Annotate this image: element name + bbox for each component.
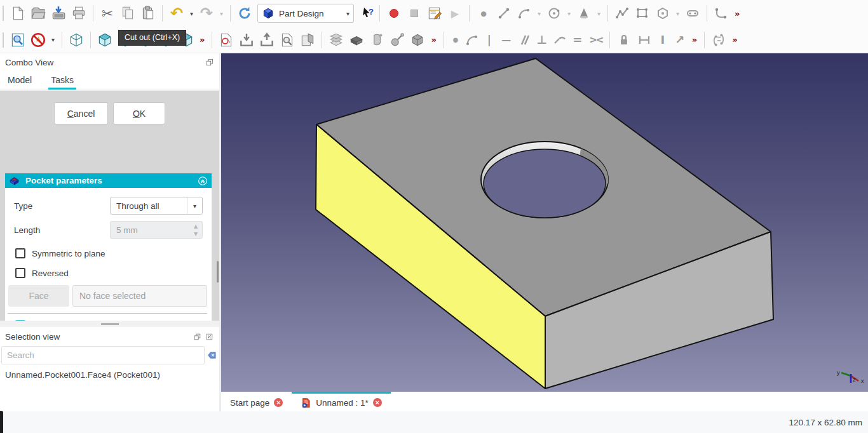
spin-down-icon[interactable]: ▼	[194, 231, 198, 237]
new-sketch-icon[interactable]	[216, 30, 236, 50]
whats-this-icon[interactable]: ?	[359, 3, 376, 23]
toolbar-overflow-icon[interactable]: »	[692, 35, 697, 44]
pad-icon[interactable]	[326, 30, 346, 50]
new-file-icon[interactable]	[8, 3, 28, 23]
sketch-polygon-icon[interactable]	[653, 3, 673, 23]
clear-search-icon[interactable]	[205, 350, 218, 360]
collapse-section-icon[interactable]	[198, 176, 208, 186]
sketch-line-icon[interactable]	[494, 3, 514, 23]
revolution-icon[interactable]	[367, 30, 387, 50]
3d-model[interactable]: y x z	[221, 53, 868, 392]
pocket-parameters-header[interactable]: Pocket parameters	[5, 173, 212, 188]
bspline-tools-icon[interactable]	[709, 30, 729, 50]
constraint-point-on-object-icon[interactable]	[463, 30, 481, 50]
groove-icon[interactable]	[387, 30, 407, 50]
tab-model[interactable]: Model	[6, 72, 33, 90]
sketch-circle-icon[interactable]	[544, 3, 564, 23]
symmetric-checkbox[interactable]: ✓	[15, 248, 25, 258]
hole-inner-edge[interactable]	[484, 149, 606, 218]
sketch-rectangle-icon[interactable]	[632, 3, 653, 23]
fit-all-icon[interactable]	[8, 30, 28, 50]
toolbar-overflow-icon[interactable]: »	[200, 35, 205, 44]
close-panel-icon[interactable]	[205, 332, 214, 342]
sketch-point-icon[interactable]: ●	[473, 3, 494, 23]
pocket-icon[interactable]	[346, 30, 367, 50]
cancel-button[interactable]: Cancel	[54, 102, 108, 124]
view-front-icon[interactable]	[95, 30, 115, 50]
face-selection-field[interactable]: No face selected	[72, 285, 207, 307]
undo-icon[interactable]: ↶	[166, 3, 187, 23]
constraint-horizontal-icon[interactable]: —	[498, 30, 515, 50]
view-sketch-icon[interactable]	[257, 30, 277, 50]
toolbar-overflow-icon[interactable]: »	[735, 9, 740, 18]
redo-dropdown-icon[interactable]: ▾	[217, 4, 226, 23]
primitive-box-icon[interactable]	[407, 30, 428, 50]
paste-icon[interactable]	[138, 3, 158, 23]
sketch-arc-icon[interactable]	[514, 3, 534, 23]
print-icon[interactable]	[69, 3, 89, 23]
ok-button[interactable]: OK	[113, 102, 165, 124]
macro-play-icon[interactable]: ▶	[445, 3, 465, 23]
sketch-polyline-icon[interactable]	[612, 3, 632, 23]
axonometric-view-icon[interactable]	[66, 30, 86, 50]
toolbar-handle[interactable]	[3, 32, 4, 48]
spin-up-icon[interactable]: ▲	[194, 223, 198, 229]
redo-icon[interactable]: ↷	[196, 3, 217, 23]
type-dropdown[interactable]: Through all ▾	[110, 197, 203, 215]
selection-item[interactable]: Unnamed.Pocket001.Face4 (Pocket001)	[5, 370, 160, 380]
constraint-horizontal-distance-icon[interactable]	[634, 30, 654, 50]
tab-start-page[interactable]: Start page ×	[221, 392, 292, 411]
constraint-distance-icon[interactable]: ↗	[671, 30, 689, 50]
scrollbar-handle[interactable]	[217, 261, 219, 283]
close-tab-icon[interactable]: ×	[274, 398, 283, 407]
workbench-selector[interactable]: Part Design ▾	[257, 4, 354, 23]
separator	[469, 5, 470, 22]
copy-icon[interactable]	[118, 3, 138, 23]
3d-viewport[interactable]: y x z	[221, 53, 868, 392]
tab-unnamed-document[interactable]: Unnamed : 1* ×	[292, 392, 391, 411]
sketch-conic-icon[interactable]	[574, 3, 594, 23]
constraint-symmetric-icon[interactable]: ><	[587, 30, 606, 50]
toolbar-overflow-icon[interactable]: »	[732, 35, 737, 44]
sketch-fillet-icon[interactable]	[711, 3, 731, 23]
cut-icon[interactable]: ✂	[97, 3, 118, 23]
constraint-equal-icon[interactable]: =	[569, 30, 587, 50]
sketch-slot-icon[interactable]	[682, 3, 703, 23]
search-input[interactable]	[1, 346, 205, 364]
toolbar-handle[interactable]	[3, 6, 4, 21]
toolbar-overflow-icon[interactable]: »	[431, 35, 436, 44]
draw-style-icon[interactable]	[28, 30, 48, 50]
face-button[interactable]: Face	[8, 285, 69, 307]
float-panel-icon[interactable]	[193, 332, 202, 342]
open-file-icon[interactable]	[28, 3, 48, 23]
close-tab-icon[interactable]: ×	[373, 398, 382, 407]
float-panel-icon[interactable]	[205, 58, 214, 67]
map-sketch-icon[interactable]	[297, 30, 318, 50]
reversed-checkbox[interactable]: ✓	[15, 268, 25, 278]
constraint-perpendicular-icon[interactable]: ⊥	[533, 30, 551, 50]
macro-edit-icon[interactable]	[424, 3, 445, 23]
tab-tasks[interactable]: Tasks	[50, 72, 75, 90]
dock-splitter[interactable]	[0, 321, 219, 327]
save-icon[interactable]	[48, 3, 69, 23]
macro-stop-icon[interactable]	[404, 3, 424, 23]
conic-dropdown-icon[interactable]: ▾	[594, 4, 604, 23]
validate-sketch-icon[interactable]	[277, 30, 297, 50]
leave-sketch-icon[interactable]	[236, 30, 257, 50]
constraint-lock-icon[interactable]	[614, 30, 634, 50]
axis-label-z: z	[853, 376, 856, 383]
draw-style-dropdown-icon[interactable]: ▾	[48, 30, 58, 50]
constraint-vertical-distance-icon[interactable]: I	[654, 30, 671, 50]
constraint-tangent-icon[interactable]	[551, 30, 569, 50]
undo-dropdown-icon[interactable]: ▾	[187, 4, 196, 23]
macro-record-icon[interactable]	[384, 3, 404, 23]
constraint-coincident-icon[interactable]: ●	[448, 30, 463, 50]
length-spinbox[interactable]: 5 mm ▲▼	[110, 221, 203, 239]
polygon-dropdown-icon[interactable]: ▾	[673, 4, 682, 23]
constraint-parallel-icon[interactable]	[515, 30, 533, 50]
refresh-icon[interactable]	[234, 3, 255, 23]
arc-dropdown-icon[interactable]: ▾	[534, 4, 544, 23]
constraint-vertical-icon[interactable]: |	[481, 30, 498, 50]
length-label: Length	[14, 225, 40, 235]
circle-dropdown-icon[interactable]: ▾	[564, 4, 574, 23]
